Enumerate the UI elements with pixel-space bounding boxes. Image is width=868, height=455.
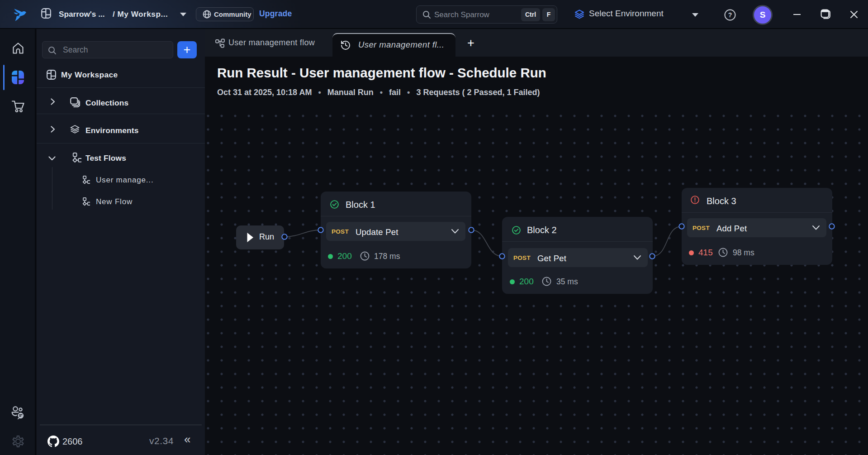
svg-text:?: ?: [728, 11, 732, 19]
